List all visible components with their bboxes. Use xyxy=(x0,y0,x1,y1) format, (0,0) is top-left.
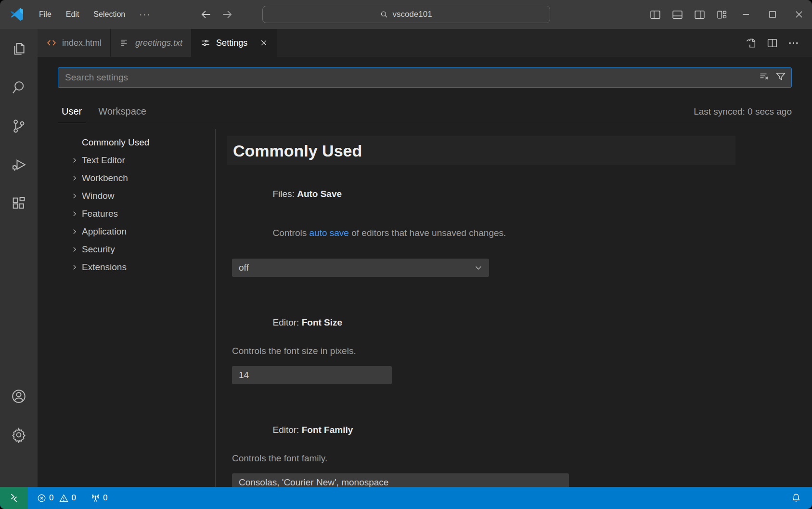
minimize-button[interactable] xyxy=(733,0,759,29)
settings-scope-row: User Workspace Last synced: 0 secs ago xyxy=(58,88,792,123)
extensions-view-icon[interactable] xyxy=(0,185,38,222)
menu-selection[interactable]: Selection xyxy=(86,7,132,22)
chevron-right-icon xyxy=(70,156,79,165)
toc-item-window[interactable]: Window xyxy=(38,187,215,205)
setting-title: Editor: Font Size xyxy=(232,307,735,339)
account-icon[interactable] xyxy=(0,378,38,415)
font-family-input[interactable] xyxy=(232,473,569,487)
filter-icon[interactable] xyxy=(775,71,786,84)
menu-file[interactable]: File xyxy=(32,7,59,22)
title-bar: File Edit Selection ··· vscode101 xyxy=(0,0,812,29)
select-value: off xyxy=(239,262,249,273)
chevron-down-icon xyxy=(474,263,483,273)
settings-search-input[interactable] xyxy=(65,72,759,83)
more-actions-button[interactable] xyxy=(786,36,800,50)
vscode-window: File Edit Selection ··· vscode101 xyxy=(0,0,812,509)
toc-item-extensions[interactable]: Extensions xyxy=(38,258,215,276)
clear-search-icon[interactable] xyxy=(759,71,770,84)
auto-save-link[interactable]: auto save xyxy=(309,228,349,238)
auto-save-select[interactable]: off xyxy=(232,259,489,277)
setting-editor-font-size: Editor: Font Size Controls the font size… xyxy=(227,307,735,384)
command-center-value: vscode101 xyxy=(392,10,432,19)
tab-index-html[interactable]: index.html xyxy=(38,29,111,57)
ports-status[interactable]: 0 xyxy=(87,487,111,509)
settings-search-box xyxy=(58,67,792,88)
close-window-button[interactable] xyxy=(786,0,812,29)
error-count: 0 xyxy=(49,493,53,503)
layout-sidebar-left-icon xyxy=(649,9,661,21)
source-control-icon[interactable] xyxy=(0,108,38,144)
chevron-right-icon xyxy=(70,227,79,236)
font-size-input[interactable] xyxy=(232,366,392,384)
back-icon[interactable] xyxy=(200,8,212,21)
customize-layout-button[interactable] xyxy=(710,0,733,29)
tab-greetings-txt[interactable]: greetings.txt xyxy=(111,29,192,57)
bell-icon xyxy=(791,493,801,503)
ports-count: 0 xyxy=(103,493,107,503)
remote-indicator[interactable] xyxy=(0,487,28,509)
tab-label: greetings.txt xyxy=(135,38,182,48)
problems-status[interactable]: 0 0 xyxy=(33,487,80,509)
tab-close-icon[interactable] xyxy=(259,39,268,47)
setting-title: Editor: Font Family xyxy=(232,414,735,446)
setting-description: Controls auto save of editors that have … xyxy=(232,217,735,249)
settings-group-heading: Commonly Used xyxy=(227,136,735,165)
menu-edit[interactable]: Edit xyxy=(59,7,87,22)
toc-label: Commonly Used xyxy=(82,137,149,148)
chevron-right-icon xyxy=(70,245,79,254)
setting-category: Files: xyxy=(272,189,297,199)
run-debug-icon[interactable] xyxy=(0,146,38,183)
settings-content: Commonly Used Files: Auto Save Controls … xyxy=(227,129,735,487)
toc-label: Text Editor xyxy=(82,155,125,166)
toc-item-text-editor[interactable]: Text Editor xyxy=(38,151,215,169)
toc-item-commonly-used[interactable]: Commonly Used xyxy=(38,133,215,151)
toggle-panel-button[interactable] xyxy=(666,0,688,29)
split-editor-button[interactable] xyxy=(765,36,779,50)
forward-icon[interactable] xyxy=(221,8,233,21)
explorer-icon[interactable] xyxy=(0,31,38,67)
chevron-right-icon xyxy=(70,192,79,200)
remote-icon xyxy=(9,493,19,503)
setting-name: Font Family xyxy=(302,425,353,435)
maximize-button[interactable] xyxy=(759,0,786,29)
last-synced-status: Last synced: 0 secs ago xyxy=(694,106,792,123)
command-center[interactable]: vscode101 xyxy=(262,6,550,23)
desc-text: Controls xyxy=(272,228,309,238)
tab-label: Settings xyxy=(216,38,247,48)
heading-text: Commonly Used xyxy=(233,142,362,160)
setting-title: Files: Auto Save xyxy=(232,178,735,210)
split-editor-icon xyxy=(766,37,778,49)
open-settings-json-icon xyxy=(745,37,757,49)
html-file-icon xyxy=(46,38,57,48)
open-settings-json-button[interactable] xyxy=(744,36,758,50)
search-view-icon[interactable] xyxy=(0,69,38,106)
activity-bar xyxy=(0,29,38,487)
toc-item-application[interactable]: Application xyxy=(38,222,215,240)
scope-tab-user[interactable]: User xyxy=(58,106,86,123)
layout-panel-icon xyxy=(671,9,683,21)
toc-label: Window xyxy=(82,191,115,201)
notifications-bell[interactable] xyxy=(787,487,805,509)
gear-icon[interactable] xyxy=(0,417,38,453)
toc-label: Extensions xyxy=(82,262,127,273)
toggle-primary-sidebar-button[interactable] xyxy=(644,0,666,29)
toc-item-security[interactable]: Security xyxy=(38,240,215,258)
setting-name: Font Size xyxy=(302,317,342,327)
customize-layout-icon xyxy=(716,9,728,21)
text-file-icon xyxy=(119,38,130,48)
warning-icon xyxy=(59,493,69,503)
setting-category: Editor: xyxy=(272,317,301,327)
tab-bar: index.html greetings.txt Settings xyxy=(38,29,812,57)
setting-files-auto-save: Files: Auto Save Controls auto save of e… xyxy=(227,178,735,277)
toc-item-workbench[interactable]: Workbench xyxy=(38,169,215,187)
scope-tab-workspace[interactable]: Workspace xyxy=(94,106,150,123)
tab-settings[interactable]: Settings xyxy=(192,29,277,57)
toc-item-features[interactable]: Features xyxy=(38,205,215,222)
chevron-right-icon xyxy=(70,263,79,272)
desc-text: of editors that have unsaved changes. xyxy=(349,228,506,238)
menu-more[interactable]: ··· xyxy=(132,7,157,23)
tab-label: index.html xyxy=(62,38,102,48)
toggle-secondary-sidebar-button[interactable] xyxy=(688,0,710,29)
settings-editor: User Workspace Last synced: 0 secs ago C… xyxy=(38,57,812,487)
toc-label: Features xyxy=(82,209,118,219)
